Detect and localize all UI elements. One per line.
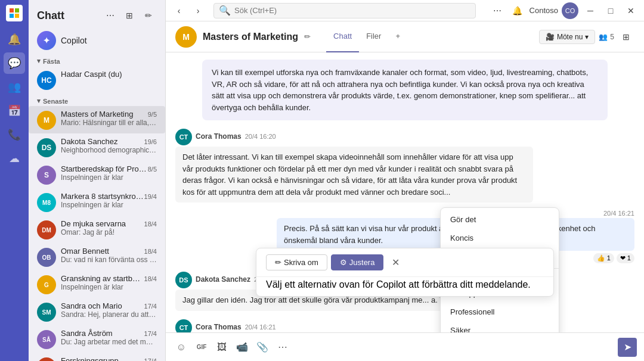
more-topbar-btn[interactable]: ⋯ [489,2,506,19]
fixed-section-label: Fästa [43,58,60,65]
attach-btn[interactable]: 📎 [254,339,271,356]
cora2-meta: CT Cora Thomas 20/4 16:21 [175,318,634,333]
tone-close-btn[interactable]: ✕ [388,256,402,270]
messages-area[interactable]: Vi kan till exempel utforska nya och fra… [166,52,644,332]
search-input[interactable] [234,6,470,15]
chat-item-omar[interactable]: OB Omar Bennett 18/4 Du: vad ni kan förv… [29,243,165,270]
avalon-header: Startberedskap för Project Avalon 8/5 [61,164,157,173]
meeting-icon: 🎥 [546,33,555,41]
header-actions: 🎥 Möte nu ▾ 👥 5 ⊞ [539,29,634,45]
avalon-time: 8/5 [148,166,157,173]
chat-item-granskning[interactable]: G Granskning av startberedskap för Pr...… [29,270,165,298]
write-btn[interactable]: ✏ Skriva om [266,254,327,270]
ms-teams-logo[interactable] [6,5,23,21]
new-chat-btn[interactable]: ✏ [140,7,157,24]
search-bar[interactable]: 🔍 [213,3,476,18]
adjust-label: Justera [349,258,375,267]
write-icon: ✏ [275,258,281,267]
chat-item-servarna[interactable]: DM De mjuka servarna 18/4 Omar: Jag är p… [29,216,165,243]
calendar-nav-icon[interactable]: 📅 [4,100,25,122]
meeting-btn[interactable]: 🎥 Möte nu ▾ [539,30,595,44]
chat-item-dakota[interactable]: DS Dakota Sanchez 19/6 Neighborhood demo… [29,133,165,161]
gif-btn[interactable]: GIF [193,339,210,356]
omar-header: Omar Bennett 18/4 [61,247,157,256]
forward-btn[interactable]: › [190,2,206,19]
adjust-btn[interactable]: ⚙ Justera [331,254,384,270]
dropdown-item-gor-det[interactable]: Gör det [441,210,559,229]
sandra-mario-name: Sandra och Mario [61,301,122,310]
dropdown-item-professionell[interactable]: Professionell [441,303,559,321]
chat-item-markera[interactable]: M8 Markera 8 startsynkroniseringar 19/4 … [29,188,165,216]
dakota-content: Dakota Sanchez 19/6 Neighborhood demogra… [61,137,157,154]
chat-item-sandra[interactable]: SÅ Sandra Åström 17/4 Du: Jag arbetar me… [29,325,165,353]
tone-popup-text: Välj ett alternativ ovan för Copilot att… [266,279,531,290]
hadar-content: Hadar Caspit (du) [61,70,157,79]
main-content: ‹ › 🔍 ⋯ 🔔 Contoso CO ─ □ ✕ M Masters of … [166,0,644,361]
markera-header: Markera 8 startsynkroniseringar 19/4 [61,192,157,201]
omar-preview: Du: vad ni kan förvänta oss den senaste … [61,256,157,264]
chat-item-masters[interactable]: M Masters of Marketing 9/5 Mario: Hälsni… [29,106,165,133]
dropdown-item-saker[interactable]: Säker [441,321,559,332]
tone-popup-content: ✏ Skriva om ⚙ Justera ✕ [256,248,553,276]
restore-btn[interactable]: □ [602,2,619,19]
cora1-avatar: CT [175,129,192,145]
recent-section-header[interactable]: ▾ Senaste [29,94,165,106]
bottom-toolbar: ☺ GIF 🖼 📹 📎 ⋯ ➤ [166,332,644,361]
granskning-name: Granskning av startberedskap för Pr... [61,274,144,283]
chat-item-forskning[interactable]: F Forskningsgrupp 17/4 Kai: Innan jag gl… [29,353,165,361]
masters-preview: Mario: Hälsningar till er alla, mina kol… [61,119,157,127]
tab-add[interactable]: + [388,21,407,52]
reaction-thumbs[interactable]: 👍 1 [593,253,614,263]
emoji-btn[interactable]: ☺ [173,339,190,356]
fixed-section-header[interactable]: ▾ Fästa [29,54,165,66]
masters-avatar: M [37,111,56,130]
masters-content: Masters of Marketing 9/5 Mario: Hälsning… [61,110,157,127]
copilot-message-text: Vi kan till exempel utforska nya och fra… [212,68,588,112]
cora1-meta: CT Cora Thomas 20/4 16:20 [175,127,634,145]
chat-item-hadar[interactable]: HC Hadar Caspit (du) [29,66,165,94]
sticker-btn[interactable]: 🖼 [213,339,230,356]
edit-group-name-btn[interactable]: ✏ [304,32,311,41]
tab-files[interactable]: Filer [359,21,388,52]
tenant-name: Contoso [530,6,558,15]
more-options-btn[interactable]: ⋯ [102,7,119,24]
minimize-btn[interactable]: ─ [582,2,599,19]
avalon-content: Startberedskap för Project Avalon 8/5 In… [61,164,157,182]
onedrive-nav-icon[interactable]: ☁ [4,148,25,169]
hadar-header: Hadar Caspit (du) [61,70,157,79]
sandra-name: Sandra Åström [61,329,113,338]
sandra-mario-content: Sandra och Mario 17/4 Sandra: Hej, plane… [61,301,157,319]
participants-icon: 👥 [599,33,608,41]
teams-nav-icon[interactable]: 👥 [4,76,25,98]
close-btn[interactable]: ✕ [623,2,639,19]
view-options-btn[interactable]: ⊞ [618,29,634,45]
chat-item-avalon[interactable]: S Startberedskap för Project Avalon 8/5 … [29,161,165,188]
svg-rect-0 [10,8,14,13]
notification-icon[interactable]: 🔔 [509,2,526,19]
servarna-time: 18/4 [144,220,157,228]
chat-item-sandra-mario[interactable]: SM Sandra och Mario 17/4 Sandra: Hej, pl… [29,298,165,325]
granskning-header: Granskning av startberedskap för Pr... 1… [61,274,157,283]
tab-chat[interactable]: Chatt [326,21,359,52]
chat-header: M Masters of Marketing ✏ Chatt Filer + 🎥… [166,21,644,52]
filter-btn[interactable]: ⊞ [121,7,138,24]
activity-nav-icon[interactable]: 🔔 [4,29,25,50]
servarna-header: De mjuka servarna 18/4 [61,219,157,228]
cora2-avatar: CT [175,319,192,333]
chat-panel: Chatt ⋯ ⊞ ✏ ✦ Copilot ▾ Fästa HC Hadar C… [29,0,166,361]
reaction-heart[interactable]: ❤ 1 [617,253,634,263]
send-btn[interactable]: ➤ [618,338,637,357]
more-toolbar-btn[interactable]: ⋯ [274,339,291,356]
markera-name: Markera 8 startsynkroniseringar [61,192,144,201]
user-avatar[interactable]: CO [562,2,578,19]
chat-header-tabs: Chatt Filer + [326,21,407,52]
participants-count: 5 [610,33,614,41]
dropdown-item-koncis[interactable]: Koncis [441,229,559,247]
participants-btn[interactable]: 👥 5 [599,33,614,41]
copilot-item[interactable]: ✦ Copilot [29,27,165,54]
meet-video-btn[interactable]: 📹 [234,339,250,356]
back-btn[interactable]: ‹ [171,2,187,19]
calls-nav-icon[interactable]: 📞 [4,124,25,145]
chat-nav-icon[interactable]: 💬 [4,52,25,74]
dakota-avatar: DS [37,138,56,157]
